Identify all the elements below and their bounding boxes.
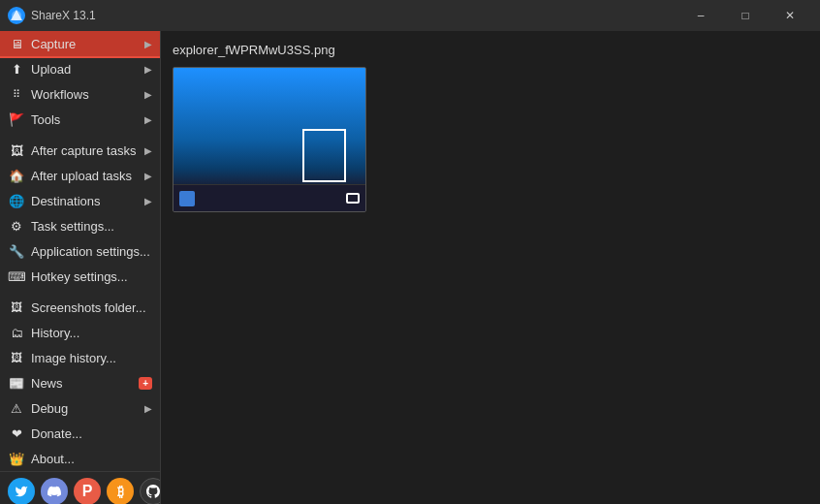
tools-icon: 🚩	[8, 110, 25, 128]
capture-icon: 🖥	[8, 35, 25, 52]
menu-item-tools[interactable]: 🚩 Tools ▶	[0, 107, 160, 132]
content-area: explorer_fWPRMwU3SS.png	[161, 31, 820, 504]
screenshots-icon: 🖼	[8, 299, 25, 316]
title-bar: ShareX 13.1 – □ ✕	[0, 0, 820, 31]
hotkey-settings-icon: ⌨	[8, 268, 25, 285]
about-label: About...	[31, 452, 152, 466]
menu-item-after-capture[interactable]: 🖼 After capture tasks ▶	[0, 138, 160, 163]
app-settings-icon: 🔧	[8, 242, 25, 260]
image-history-icon: 🖼	[8, 349, 25, 366]
workflows-arrow: ▶	[144, 89, 152, 100]
upload-arrow: ▶	[144, 64, 152, 75]
menu-item-after-upload[interactable]: 🏠 After upload tasks ▶	[0, 163, 160, 188]
menu-item-capture[interactable]: 🖥 Capture ▶	[0, 31, 160, 56]
history-icon: 🗂	[8, 324, 25, 341]
destinations-label: Destinations	[31, 194, 141, 208]
menu-item-task-settings[interactable]: ⚙ Task settings...	[0, 213, 160, 238]
menu-item-hotkey-settings[interactable]: ⌨ Hotkey settings...	[0, 264, 160, 289]
upload-label: Upload	[31, 62, 141, 77]
workflows-label: Workflows	[31, 87, 141, 102]
debug-arrow: ▶	[144, 403, 152, 414]
app-logo	[8, 7, 25, 24]
menu-item-image-history[interactable]: 🖼 Image history...	[0, 345, 160, 370]
menu-item-history[interactable]: 🗂 History...	[0, 320, 160, 345]
task-settings-label: Task settings...	[31, 219, 152, 234]
twitter-button[interactable]	[8, 478, 35, 504]
menu-item-debug[interactable]: ⚠ Debug ▶	[0, 395, 160, 421]
debug-icon: ⚠	[8, 399, 25, 417]
capture-arrow: ▶	[144, 39, 152, 49]
upload-icon: ⬆	[8, 60, 25, 78]
image-preview	[173, 67, 366, 212]
tools-label: Tools	[31, 112, 141, 127]
taskbar-window-icon	[346, 193, 360, 204]
capture-label: Capture	[31, 37, 141, 51]
maximize-button[interactable]: □	[723, 0, 768, 31]
menu-item-destinations[interactable]: 🌐 Destinations ▶	[0, 188, 160, 213]
about-icon: 👑	[8, 450, 25, 467]
menu-item-donate[interactable]: ❤ Donate...	[0, 421, 160, 446]
news-icon: 📰	[8, 374, 25, 392]
menu-item-screenshots[interactable]: 🖼 Screenshots folder...	[0, 295, 160, 320]
donate-icon: ❤	[8, 425, 25, 442]
menu-item-workflows[interactable]: ⠿ Workflows ▶	[0, 81, 160, 107]
after-capture-arrow: ▶	[144, 145, 152, 156]
close-button[interactable]: ✕	[768, 0, 812, 31]
task-settings-icon: ⚙	[8, 217, 25, 235]
destinations-icon: 🌐	[8, 192, 25, 209]
image-history-label: Image history...	[31, 351, 152, 365]
after-upload-icon: 🏠	[8, 167, 25, 184]
workflows-icon: ⠿	[8, 85, 25, 103]
patreon-button[interactable]: P	[74, 478, 101, 504]
discord-button[interactable]	[41, 478, 68, 504]
news-badge: +	[139, 377, 152, 390]
history-label: History...	[31, 326, 152, 340]
after-capture-label: After capture tasks	[31, 143, 141, 158]
hotkey-settings-label: Hotkey settings...	[31, 269, 152, 284]
social-bar: P ₿	[0, 471, 160, 504]
window-controls: – □ ✕	[678, 0, 812, 31]
preview-window-element	[302, 129, 346, 182]
menu-item-news[interactable]: 📰 News +	[0, 370, 160, 395]
file-name: explorer_fWPRMwU3SS.png	[173, 43, 808, 57]
after-upload-label: After upload tasks	[31, 169, 141, 183]
main-layout: 🖥 Capture ▶ ⬆ Upload ▶ ⠿ Workflows ▶ 🚩 T…	[0, 31, 820, 504]
donate-label: Donate...	[31, 426, 152, 441]
bitcoin-button[interactable]: ₿	[107, 478, 134, 504]
menu-item-upload[interactable]: ⬆ Upload ▶	[0, 56, 160, 81]
taskbar-start-icon	[179, 191, 195, 206]
after-capture-icon: 🖼	[8, 142, 25, 159]
minimize-button[interactable]: –	[678, 0, 723, 31]
app-title: ShareX 13.1	[31, 9, 678, 22]
menu-item-app-settings[interactable]: 🔧 Application settings...	[0, 238, 160, 264]
news-label: News	[31, 376, 135, 391]
debug-label: Debug	[31, 401, 141, 416]
github-button[interactable]	[140, 478, 161, 504]
tools-arrow: ▶	[144, 114, 152, 125]
after-upload-arrow: ▶	[144, 171, 152, 181]
sidebar: 🖥 Capture ▶ ⬆ Upload ▶ ⠿ Workflows ▶ 🚩 T…	[0, 31, 161, 504]
app-settings-label: Application settings...	[31, 244, 152, 259]
destinations-arrow: ▶	[144, 196, 152, 206]
preview-taskbar	[173, 184, 365, 211]
screenshots-label: Screenshots folder...	[31, 300, 152, 315]
menu-item-about[interactable]: 👑 About...	[0, 446, 160, 471]
